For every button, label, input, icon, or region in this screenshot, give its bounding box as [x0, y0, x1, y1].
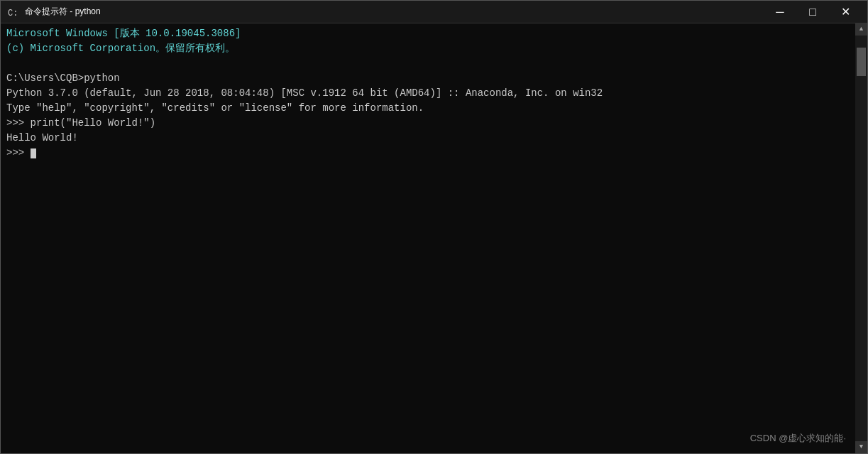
cmd-icon: C:: [6, 6, 19, 18]
scrollbar-thumb[interactable]: [857, 48, 866, 76]
console-line-5: Python 3.7.0 (default, Jun 28 2018, 08:0…: [6, 86, 862, 101]
console-line-9: >>>: [6, 146, 862, 161]
console-line-6: Type "help", "copyright", "credits" or "…: [6, 101, 862, 116]
title-bar: C: 命令提示符 - python ─ □ ✕: [1, 1, 867, 23]
console-line-7: >>> print("Hello World!"): [6, 116, 862, 131]
title-bar-left: C: 命令提示符 - python: [6, 6, 101, 18]
minimize-button[interactable]: ─: [764, 1, 796, 23]
scrollbar[interactable]: ▲ ▼: [855, 23, 867, 453]
window-title: 命令提示符 - python: [25, 6, 101, 18]
console-line-1: Microsoft Windows [版本 10.0.19045.3086]: [6, 26, 862, 41]
window-controls: ─ □ ✕: [764, 1, 862, 23]
console-area[interactable]: Microsoft Windows [版本 10.0.19045.3086] (…: [1, 23, 867, 453]
scrollbar-down-button[interactable]: ▼: [855, 441, 867, 453]
console-line-4: C:\Users\CQB>python: [6, 71, 862, 86]
watermark: CSDN @虚心求知的能·: [750, 431, 846, 445]
close-button[interactable]: ✕: [829, 1, 862, 23]
console-line-2: (c) Microsoft Corporation。保留所有权利。: [6, 41, 862, 56]
svg-text:C:: C:: [8, 9, 18, 18]
cmd-window: C: 命令提示符 - python ─ □ ✕ Microsoft Window…: [0, 0, 868, 454]
cursor: [31, 148, 36, 158]
console-line-8: Hello World!: [6, 131, 862, 146]
maximize-button[interactable]: □: [796, 1, 829, 23]
scrollbar-up-button[interactable]: ▲: [855, 23, 867, 36]
console-line-3: [6, 56, 862, 71]
